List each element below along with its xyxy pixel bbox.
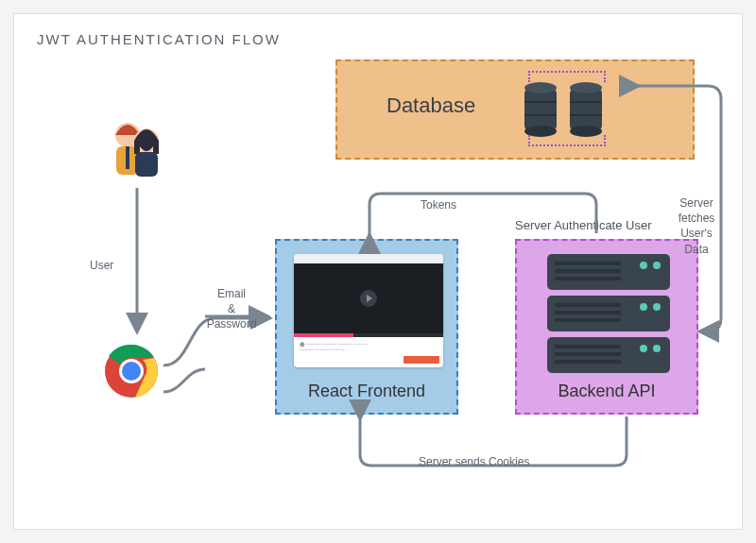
label-tokens: Tokens [421,197,456,212]
node-frontend-label: React Frontend [277,382,456,401]
chrome-icon [103,343,160,399]
database-icon [517,78,630,144]
label-cookies: Server sends Cookies [419,454,529,469]
svg-point-7 [122,362,141,381]
diagram-title: JWT AUTHENTICATION FLOW [37,31,281,47]
users-icon [101,112,175,186]
label-email-password: Email & Password [201,286,262,332]
svg-rect-4 [135,152,158,177]
arrow-tokens [368,188,613,245]
node-database-label: Database [387,93,475,118]
label-server-fetch: Server fetches User's Data [670,195,723,257]
arrow-cookies [317,415,657,481]
browser-mock-icon: ⬤ ——— ——— ——— —————— ——— ——— [294,254,443,367]
node-frontend: ⬤ ——— ——— ——— —————— ——— ——— React Front… [275,239,458,415]
arrow-user-to-browser [129,188,148,339]
node-backend-label: Backend API [517,382,696,401]
svg-rect-2 [126,146,129,169]
diagram-canvas: JWT AUTHENTICATION FLOW Database ⬤ ——— —… [13,13,743,530]
label-user: User [90,258,113,273]
